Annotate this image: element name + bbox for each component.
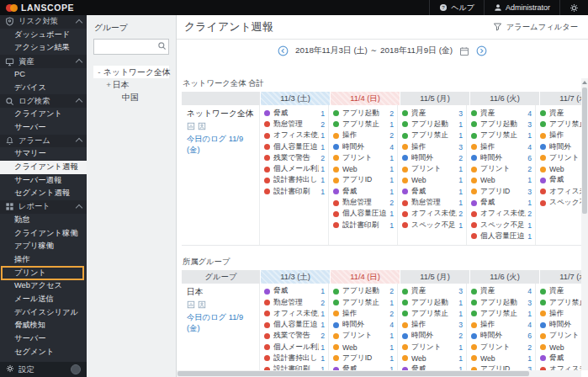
alarm-count[interactable]: 1 (320, 131, 325, 140)
vertical-scrollbar[interactable] (581, 78, 588, 370)
today-log-link[interactable]: 今日のログ 11/9 (金) (187, 134, 254, 156)
alarm-count[interactable]: 1 (458, 221, 463, 230)
sidebar-item-プリント[interactable]: プリント (0, 267, 87, 280)
sidebar-section-資産[interactable]: 資産 (0, 55, 87, 68)
alarm-count[interactable]: 1 (320, 143, 325, 151)
alarm-count[interactable]: 4 (527, 109, 532, 118)
alarm-count[interactable]: 2 (320, 120, 325, 129)
alarm-count[interactable]: 1 (389, 354, 394, 363)
alarm-count[interactable]: 1 (320, 287, 325, 295)
alarm-count[interactable]: 1 (389, 120, 394, 129)
tree-node-日本[interactable]: +日本 (93, 78, 169, 91)
alarm-count[interactable]: 2 (527, 210, 532, 218)
alarm-count[interactable]: 1 (458, 120, 463, 129)
alarm-count[interactable]: 1 (458, 299, 463, 307)
sidebar-item-サマリー[interactable]: サマリー (0, 147, 87, 161)
sidebar-item-クライアント週報[interactable]: クライアント週報 (0, 161, 87, 174)
horizontal-scrollbar[interactable] (177, 370, 581, 377)
alarm-count[interactable]: 1 (458, 343, 463, 352)
sidebar-item-デバイスシリアル[interactable]: デバイスシリアル (0, 306, 87, 320)
sidebar-item-クライアント稼働[interactable]: クライアント稼働 (0, 227, 87, 241)
alarm-count[interactable]: 3 (458, 143, 463, 151)
alarm-count[interactable]: 2 (389, 199, 394, 207)
alarm-count[interactable]: 1 (320, 188, 325, 196)
alarm-count[interactable]: 2 (389, 310, 394, 318)
alarm-count[interactable]: 2 (389, 131, 394, 140)
alarm-count[interactable]: 2 (320, 154, 325, 162)
alarm-count[interactable]: 1 (527, 232, 532, 241)
sidebar-item-Webアクセス[interactable]: Webアクセス (0, 279, 87, 293)
alarm-count[interactable]: 2 (458, 210, 463, 218)
sidebar-item-ダッシュボード[interactable]: ダッシュボード (0, 29, 87, 42)
alarm-count[interactable]: 1 (389, 343, 394, 352)
alarm-count[interactable]: 1 (320, 165, 325, 173)
sidebar-item-サーバー週報[interactable]: サーバー週報 (0, 174, 87, 188)
alarm-count[interactable]: 4 (527, 287, 532, 295)
alarm-count[interactable]: 1 (458, 165, 463, 173)
alarm-count[interactable]: 1 (527, 199, 532, 207)
alarm-count[interactable]: 1 (320, 109, 325, 118)
alarm-count[interactable]: 4 (389, 143, 394, 151)
alarm-count[interactable]: 1 (527, 310, 532, 318)
alarm-count[interactable]: 1 (389, 176, 394, 184)
user-menu[interactable]: Administrator (484, 0, 559, 15)
alarm-count[interactable]: 1 (320, 321, 325, 329)
alarm-count[interactable]: 1 (389, 299, 394, 307)
sidebar-item-アプリ稼働[interactable]: アプリ稼働 (0, 240, 87, 253)
alarm-count[interactable]: 2 (527, 343, 532, 352)
tree-node-ネットワーク全体[interactable]: -ネットワーク全体 (93, 66, 169, 78)
alarm-count[interactable]: 2 (320, 299, 325, 307)
tree-node-中国[interactable]: 中国 (93, 91, 169, 104)
sidebar-item-クライアント[interactable]: クライアント (0, 108, 87, 121)
alarm-count[interactable]: 4 (527, 143, 532, 151)
alarm-count[interactable]: 1 (320, 354, 325, 363)
alarm-count[interactable]: 3 (527, 120, 532, 129)
sidebar-item-メール送信[interactable]: メール送信 (0, 293, 87, 306)
alarm-count[interactable]: 3 (458, 321, 463, 329)
sidebar-section-リスク対策[interactable]: リスク対策 (0, 15, 87, 29)
alarm-count[interactable]: 3 (458, 109, 463, 118)
alarm-count[interactable]: 1 (389, 332, 394, 340)
alarm-count[interactable]: 2 (527, 165, 532, 173)
alarm-count[interactable]: 1 (389, 188, 394, 196)
sidebar-item-勤怠[interactable]: 勤怠 (0, 214, 87, 227)
sidebar-section-レポート[interactable]: レポート (0, 200, 87, 214)
alarm-count[interactable]: 4 (527, 321, 532, 329)
sidebar-item-PC[interactable]: PC (0, 68, 87, 82)
sidebar-section-アラーム[interactable]: アラーム (0, 135, 87, 148)
alarm-count[interactable]: 3 (527, 299, 532, 307)
alarm-count[interactable]: 1 (389, 154, 394, 162)
alarm-count[interactable]: 6 (527, 154, 532, 162)
next-week-button[interactable] (476, 45, 487, 56)
alarm-count[interactable]: 1 (320, 310, 325, 318)
alarm-count[interactable]: 1 (389, 210, 394, 218)
alarm-count[interactable]: 1 (527, 131, 532, 140)
alarm-count[interactable]: 1 (389, 221, 394, 230)
alarm-count[interactable]: 2 (320, 332, 325, 340)
alarm-count[interactable]: 3 (527, 188, 532, 196)
sidebar-item-アクション結果[interactable]: アクション結果 (0, 41, 87, 55)
alarm-count[interactable]: 2 (458, 154, 463, 162)
alarm-count[interactable]: 2 (389, 287, 394, 295)
today-log-link[interactable]: 今日のログ 11/9 (金) (187, 312, 254, 334)
collapse-icon[interactable]: - (95, 66, 103, 78)
admin-settings-button[interactable] (559, 0, 588, 15)
scroll-up-arrow-icon[interactable] (581, 78, 588, 86)
calendar-button[interactable] (459, 46, 469, 56)
alarm-count[interactable]: 1 (527, 221, 532, 230)
sidebar-item-セグメント[interactable]: セグメント (0, 346, 87, 359)
sidebar-item-脅威検知[interactable]: 脅威検知 (0, 319, 87, 332)
sidebar-item-セグメント週報[interactable]: セグメント週報 (0, 187, 87, 200)
alarm-count[interactable]: 2 (389, 109, 394, 118)
alarm-count[interactable]: 1 (458, 354, 463, 363)
sidebar-item-settings[interactable]: 設定 (0, 362, 87, 377)
alarm-count[interactable]: 1 (458, 199, 463, 207)
alarm-count[interactable]: 1 (458, 131, 463, 140)
horizontal-scrollbar-thumb[interactable] (177, 371, 529, 376)
expand-icon[interactable]: + (104, 78, 113, 91)
sidebar-item-サーバー[interactable]: サーバー (0, 332, 87, 346)
alarm-count[interactable]: 1 (320, 176, 325, 184)
vertical-scrollbar-thumb[interactable] (582, 88, 587, 214)
sidebar-item-デバイス[interactable]: デバイス (0, 82, 87, 95)
alarm-filter-button[interactable]: アラームフィルター (493, 22, 578, 33)
